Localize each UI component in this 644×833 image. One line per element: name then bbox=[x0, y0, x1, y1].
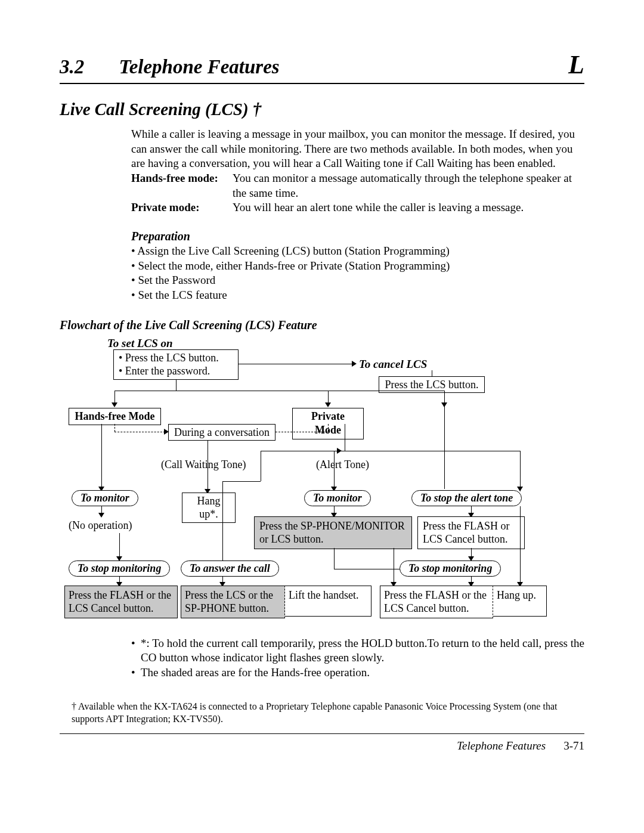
fc-to-monitor-left: To monitor bbox=[72, 490, 138, 506]
notes-block: • *: To hold the current call temporaril… bbox=[131, 636, 584, 680]
footer-page: 3-71 bbox=[564, 739, 584, 754]
fc-during-conv-box: During a conversation bbox=[168, 424, 275, 441]
page-title: Live Call Screening (LCS) † bbox=[60, 98, 584, 121]
prep-item: Assign the Live Call Screening (LCS) but… bbox=[131, 244, 584, 259]
bullet-icon: • bbox=[131, 665, 141, 680]
footer-rule bbox=[60, 733, 584, 734]
preparation-heading: Preparation bbox=[131, 228, 584, 244]
modes-block: Hands-free mode: You can monitor a messa… bbox=[131, 171, 584, 215]
fc-flash-lcs-cancel-left: Press the FLASH or the LCS Cancel button… bbox=[64, 586, 178, 618]
fc-handsfree-mode-box: Hands-free Mode bbox=[69, 408, 161, 425]
fc-alert-tone: (Alert Tone) bbox=[316, 458, 369, 472]
page: 3.2 Telephone Features L Live Call Scree… bbox=[0, 0, 644, 833]
fc-call-waiting-tone: (Call Waiting Tone) bbox=[161, 458, 246, 472]
fc-hang-up: Hang up. bbox=[493, 586, 547, 617]
section-title: Telephone Features bbox=[119, 56, 280, 78]
flowchart: To set LCS on • Press the LCS button. • … bbox=[60, 336, 584, 620]
chapter-left: 3.2 Telephone Features bbox=[60, 54, 280, 80]
footer-title: Telephone Features bbox=[457, 739, 546, 754]
fc-spphone-box: Press the SP-PHONE/MONITOR or LCS button… bbox=[254, 516, 412, 549]
note-2-text: The shaded areas are for the Hands-free … bbox=[141, 665, 584, 680]
fc-set-on-l1: • Press the LCS button. bbox=[119, 351, 233, 365]
section-letter: L bbox=[568, 48, 584, 82]
handsfree-mode-text: You can monitor a message automatically … bbox=[233, 171, 584, 200]
fc-lift-handset: Lift the handset. bbox=[285, 586, 371, 617]
fc-flash-lcs-cancel-right: Press the FLASH or the LCS Cancel button… bbox=[380, 586, 493, 618]
fc-to-stop-monitoring-left: To stop monitoring bbox=[69, 561, 170, 577]
fc-set-on-box: • Press the LCS button. • Enter the pass… bbox=[113, 349, 239, 380]
note-1-text: *: To hold the current call temporarily,… bbox=[141, 636, 584, 665]
page-footer: Telephone Features 3-71 bbox=[60, 739, 584, 754]
fc-hangup-star-box: Hang up*. bbox=[182, 493, 236, 523]
handsfree-mode-row: Hands-free mode: You can monitor a messa… bbox=[131, 171, 584, 200]
prep-item: Set the LCS feature bbox=[131, 288, 584, 303]
handsfree-mode-label: Hands-free mode: bbox=[131, 171, 233, 200]
fc-no-operation: (No operation) bbox=[69, 519, 132, 532]
private-mode-label: Private mode: bbox=[131, 200, 233, 215]
fc-to-stop-monitoring-right: To stop monitoring bbox=[400, 561, 501, 577]
intro-paragraph: While a caller is leaving a message in y… bbox=[131, 127, 584, 171]
private-mode-text: You will hear an alert tone while the ca… bbox=[233, 200, 584, 215]
fc-to-cancel-lcs-label: To cancel LCS bbox=[359, 357, 427, 372]
fc-to-stop-alert: To stop the alert tone bbox=[411, 490, 522, 506]
fc-set-on-l2: • Enter the password. bbox=[119, 364, 233, 378]
private-mode-row: Private mode: You will hear an alert ton… bbox=[131, 200, 584, 215]
note-1: • *: To hold the current call temporaril… bbox=[131, 636, 584, 665]
prep-item: Select the mode, either Hands-free or Pr… bbox=[131, 259, 584, 274]
fc-set-lcs-on-label: To set LCS on bbox=[107, 336, 173, 351]
footnote: † Available when the KX-TA624 is connect… bbox=[72, 701, 584, 726]
note-2: • The shaded areas are for the Hands-fre… bbox=[131, 665, 584, 680]
chapter-header: 3.2 Telephone Features L bbox=[60, 48, 584, 84]
prep-item: Set the Password bbox=[131, 273, 584, 288]
fc-to-monitor-mid: To monitor bbox=[304, 490, 371, 506]
flowchart-title: Flowchart of the Live Call Screening (LC… bbox=[60, 317, 584, 333]
bullet-icon: • bbox=[131, 636, 141, 665]
preparation-list: Assign the Live Call Screening (LCS) but… bbox=[131, 244, 584, 303]
fc-flash-cancel-box: Press the FLASH or LCS Cancel button. bbox=[417, 516, 525, 549]
fc-to-answer-call: To answer the call bbox=[181, 561, 279, 577]
section-number: 3.2 bbox=[60, 56, 84, 78]
fc-press-lcs-spphone: Press the LCS or the SP-PHONE button. bbox=[181, 586, 285, 618]
